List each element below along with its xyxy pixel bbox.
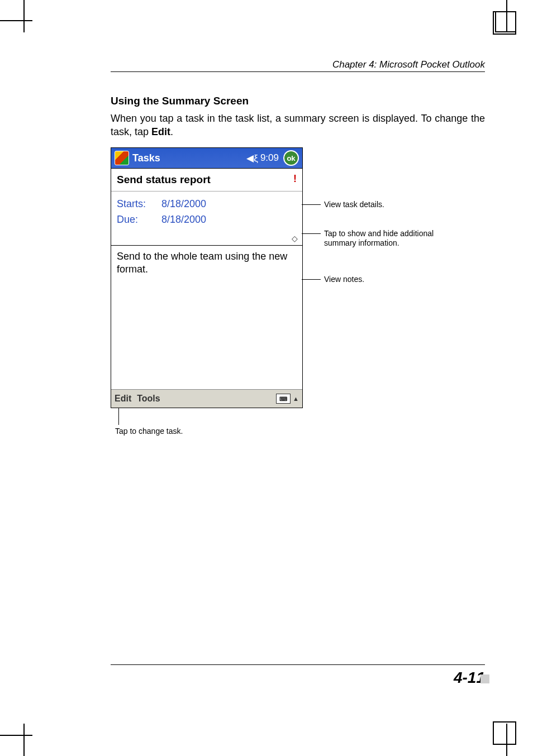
bottom-menubar: Edit Tools ⌨ ▲ bbox=[111, 389, 302, 408]
crop-mark bbox=[0, 735, 32, 736]
task-name: Send status report bbox=[117, 174, 211, 186]
due-label: Due: bbox=[117, 214, 161, 226]
task-name-row[interactable]: Send status report ! bbox=[111, 169, 302, 192]
ok-button[interactable]: ok bbox=[283, 150, 299, 166]
crop-mark bbox=[495, 31, 516, 32]
callout-line bbox=[302, 233, 321, 234]
window-title: Tasks bbox=[132, 152, 246, 164]
body-paragraph: When you tap a task in the task list, a … bbox=[111, 112, 485, 139]
section-heading: Using the Summary Screen bbox=[111, 95, 249, 107]
collapse-toggle-icon[interactable]: ◇ bbox=[292, 234, 298, 243]
task-notes[interactable]: Send to the whole team using the new for… bbox=[111, 246, 302, 387]
body-after: . bbox=[170, 126, 173, 137]
callout-edit: Tap to change task. bbox=[115, 427, 183, 436]
starts-value: 8/18/2000 bbox=[161, 198, 206, 210]
crop-mark bbox=[23, 0, 25, 32]
registration-box bbox=[493, 721, 516, 745]
body-bold: Edit bbox=[151, 126, 170, 137]
crop-mark bbox=[0, 20, 32, 21]
task-details: Starts: 8/18/2000 Due: 8/18/2000 ◇ bbox=[111, 192, 302, 246]
callout-line bbox=[302, 204, 321, 205]
edit-menu[interactable]: Edit bbox=[115, 394, 131, 404]
due-value: 8/18/2000 bbox=[161, 214, 206, 226]
callout-notes: View notes. bbox=[324, 275, 364, 284]
callout-line bbox=[118, 408, 119, 424]
crop-mark bbox=[495, 11, 516, 12]
tasks-summary-screenshot: Tasks ◀ξ 9:09 ok Send status report ! St… bbox=[111, 147, 303, 408]
window-titlebar: Tasks ◀ξ 9:09 ok bbox=[111, 148, 302, 169]
footer-rule bbox=[111, 664, 485, 665]
sip-caret-icon[interactable]: ▲ bbox=[293, 395, 299, 402]
callout-task-details: View task details. bbox=[324, 200, 384, 209]
keyboard-icon[interactable]: ⌨ bbox=[276, 394, 291, 404]
clock-time: 9:09 bbox=[260, 152, 279, 164]
starts-row: Starts: 8/18/2000 bbox=[117, 196, 297, 212]
due-row: Due: 8/18/2000 bbox=[117, 212, 297, 227]
starts-label: Starts: bbox=[117, 198, 161, 210]
header-rule bbox=[111, 71, 485, 72]
speaker-icon[interactable]: ◀ξ bbox=[246, 152, 258, 164]
callout-toggle: Tap to show and hide additional summary … bbox=[324, 229, 447, 248]
chapter-header: Chapter 4: Microsoft Pocket Outlook bbox=[111, 59, 485, 70]
crop-mark bbox=[23, 724, 25, 756]
callout-line bbox=[302, 279, 321, 280]
crop-mark bbox=[495, 11, 496, 32]
callout-line bbox=[118, 424, 119, 425]
priority-icon: ! bbox=[293, 173, 297, 185]
document-page: Chapter 4: Microsoft Pocket Outlook Usin… bbox=[0, 0, 552, 756]
start-flag-icon[interactable] bbox=[115, 151, 129, 165]
footer-square-icon bbox=[480, 674, 489, 683]
tools-menu[interactable]: Tools bbox=[137, 394, 160, 404]
